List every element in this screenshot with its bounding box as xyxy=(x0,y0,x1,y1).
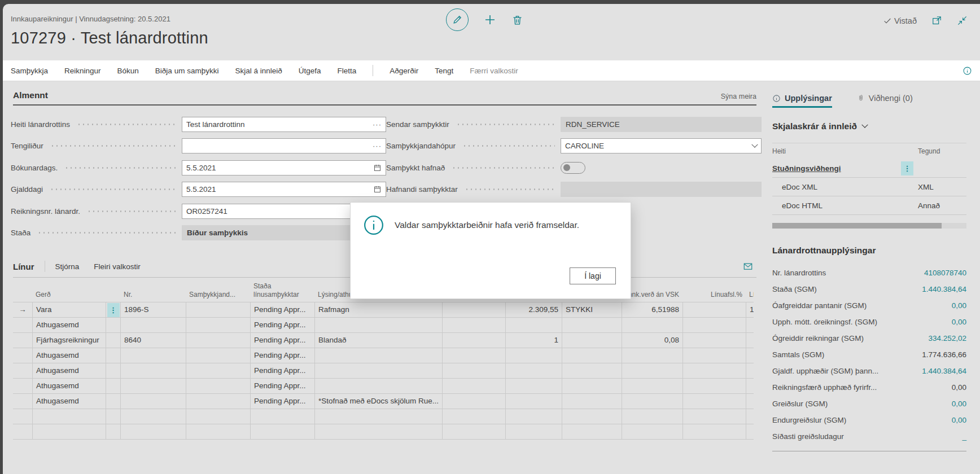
tab-vidhengi[interactable]: Viðhengi (0) xyxy=(857,94,913,108)
table-cell[interactable] xyxy=(562,318,622,332)
table-cell[interactable] xyxy=(622,379,683,393)
vendor-field-value[interactable]: 0,00 xyxy=(952,400,966,408)
tab-upplysingar[interactable]: Upplýsingar xyxy=(772,94,832,108)
table-cell[interactable] xyxy=(622,318,683,332)
table-cell[interactable] xyxy=(120,424,186,439)
table-cell[interactable] xyxy=(562,363,622,378)
table-row[interactable]: AthugasemdPending Appr... xyxy=(13,348,754,363)
delete-button[interactable] xyxy=(511,14,523,26)
table-cell[interactable] xyxy=(746,379,754,393)
menu-item-skjal-innlei-[interactable]: Skjal á innleið xyxy=(235,67,282,75)
table-cell[interactable] xyxy=(683,409,746,424)
cell-gerd[interactable]: Athugasemd xyxy=(32,379,106,393)
file-row-edoc-xml[interactable]: eDoc XML XML xyxy=(772,178,966,196)
table-cell[interactable] xyxy=(442,394,505,409)
col-3[interactable]: Staða línusamþykktar xyxy=(250,282,314,302)
table-cell[interactable] xyxy=(683,379,746,393)
ellipsis-icon[interactable]: ··· xyxy=(373,120,382,129)
edit-button[interactable] xyxy=(446,8,469,31)
menu-item-bi-ja-um-sam-ykki[interactable]: Biðja um samþykki xyxy=(155,67,219,75)
lines-action-fleiri-valkostir[interactable]: Fleiri valkostir xyxy=(94,262,141,271)
table-cell[interactable]: Pending Appr... xyxy=(250,333,314,348)
table-cell[interactable]: *Stofnað með eDocs skjölum Rue... xyxy=(314,394,442,409)
table-cell[interactable] xyxy=(562,333,622,348)
table-cell[interactable] xyxy=(186,409,250,424)
table-cell[interactable] xyxy=(622,363,683,378)
cell-gerd[interactable]: Athugasemd xyxy=(32,318,106,332)
popout-button[interactable] xyxy=(931,15,942,26)
table-cell[interactable]: 2.309,55 xyxy=(505,302,562,317)
file-row-studningsvidhengi[interactable]: Stuðningsviðhengi ⋮ xyxy=(772,159,966,178)
file-link[interactable]: Stuðningsviðhengi xyxy=(772,164,841,173)
table-cell[interactable] xyxy=(505,394,562,409)
table-cell[interactable]: Rafmagn xyxy=(314,302,442,317)
table-cell[interactable] xyxy=(683,348,746,363)
table-cell[interactable] xyxy=(186,363,250,378)
horizontal-scrollbar-track[interactable] xyxy=(772,223,966,229)
table-cell[interactable]: STYKKI xyxy=(562,302,622,317)
file-row-edoc-html[interactable]: eDoc HTML Annað xyxy=(772,196,966,215)
table-cell[interactable] xyxy=(746,424,754,439)
table-cell[interactable] xyxy=(186,379,250,393)
table-cell[interactable]: Pending Appr... xyxy=(250,394,314,409)
calendar-icon[interactable] xyxy=(373,164,382,172)
collapse-button[interactable] xyxy=(957,15,968,26)
heiti-lanardrottins-input[interactable]: Test lánardrottinn··· xyxy=(182,117,386,132)
table-cell[interactable] xyxy=(622,424,683,439)
table-cell[interactable] xyxy=(314,318,442,332)
menu-item--tgefa[interactable]: Útgefa xyxy=(299,67,321,75)
vendor-field-value[interactable]: 0,00 xyxy=(952,416,966,424)
vendor-field-value[interactable]: 1.440.384,64 xyxy=(922,285,966,293)
table-cell[interactable]: Pending Appr... xyxy=(250,302,314,317)
table-row[interactable]: AthugasemdPending Appr... xyxy=(13,379,754,394)
table-cell[interactable]: Pending Appr... xyxy=(250,379,314,393)
table-cell[interactable] xyxy=(622,409,683,424)
table-cell[interactable]: 1 xyxy=(505,333,562,348)
col-9[interactable]: Línuafsl.% xyxy=(683,291,746,302)
table-cell[interactable] xyxy=(120,409,186,424)
table-cell[interactable] xyxy=(505,379,562,393)
context-help-button[interactable] xyxy=(963,66,972,76)
col-2[interactable]: Samþykkjand... xyxy=(186,291,250,302)
col-1[interactable]: Nr. xyxy=(120,291,186,302)
table-cell[interactable] xyxy=(186,318,250,332)
share-lines-button[interactable] xyxy=(743,261,753,271)
table-cell[interactable] xyxy=(314,409,442,424)
table-cell[interactable]: 1896-S xyxy=(120,302,186,317)
lines-action-stjorna[interactable]: Stjórna xyxy=(55,262,80,271)
bokunardags-input[interactable]: 5.5.2021 xyxy=(182,160,386,175)
samthykkt-hafnad-toggle[interactable] xyxy=(561,162,585,174)
vendor-field-value[interactable]: 0,00 xyxy=(952,301,966,310)
table-cell[interactable]: Pending Appr... xyxy=(250,363,314,378)
cell-gerd[interactable]: Athugasemd xyxy=(32,348,106,363)
table-cell[interactable] xyxy=(683,302,746,317)
col-arrow[interactable] xyxy=(13,299,32,302)
ellipsis-icon[interactable]: ··· xyxy=(373,142,382,150)
table-cell[interactable] xyxy=(505,348,562,363)
table-cell[interactable] xyxy=(250,424,314,439)
table-cell[interactable]: Pending Appr... xyxy=(250,318,314,332)
table-cell[interactable]: 8640 xyxy=(120,333,186,348)
table-cell[interactable] xyxy=(186,348,250,363)
menu-item-a-ger-ir[interactable]: Aðgerðir xyxy=(390,67,418,75)
table-cell[interactable] xyxy=(314,348,442,363)
table-cell[interactable] xyxy=(505,363,562,378)
row-menu-button[interactable]: ⋮ xyxy=(901,161,913,175)
table-cell[interactable] xyxy=(442,409,505,424)
calendar-icon[interactable] xyxy=(373,185,382,194)
table-cell[interactable] xyxy=(746,409,754,424)
table-row[interactable]: AthugasemdPending Appr...*Stofnað með eD… xyxy=(13,394,754,409)
table-cell[interactable] xyxy=(746,394,754,409)
table-cell[interactable]: 15 xyxy=(746,302,754,317)
table-row[interactable] xyxy=(13,409,754,424)
table-cell[interactable] xyxy=(683,333,746,348)
table-cell[interactable] xyxy=(442,333,505,348)
tengilidur-input[interactable]: ··· xyxy=(182,138,386,153)
table-cell[interactable] xyxy=(186,302,250,317)
table-cell[interactable] xyxy=(186,424,250,439)
cell-gerd[interactable] xyxy=(32,409,106,424)
table-cell[interactable] xyxy=(505,424,562,439)
col-gerd[interactable]: Gerð xyxy=(32,291,106,302)
menu-item-tengt[interactable]: Tengt xyxy=(435,67,453,75)
table-cell[interactable] xyxy=(250,409,314,424)
